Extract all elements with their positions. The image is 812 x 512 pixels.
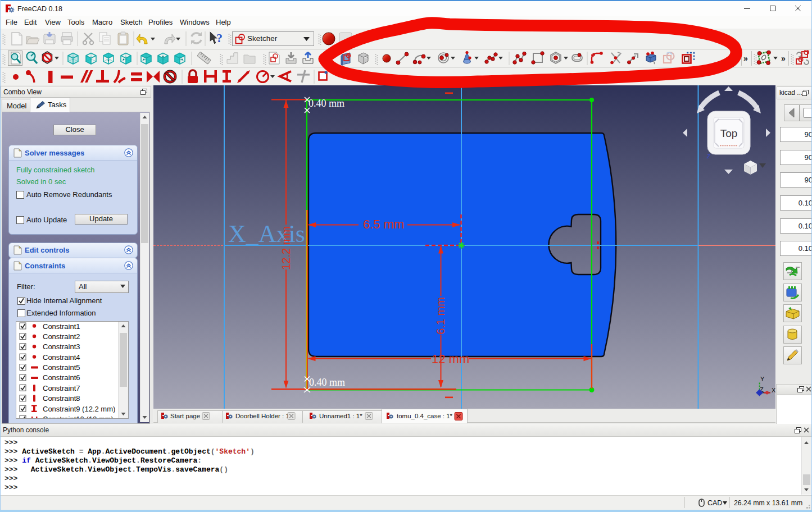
svg-text:Unnamed1 : 1*: Unnamed1 : 1* — [319, 413, 362, 419]
svg-text:6.5 mm: 6.5 mm — [363, 217, 404, 231]
svg-text:Constraint3: Constraint3 — [43, 342, 80, 351]
svg-text:Top: Top — [720, 127, 738, 139]
svg-text:Constraint10 (12 mm): Constraint10 (12 mm) — [43, 415, 114, 418]
svg-text:Start page: Start page — [170, 413, 200, 419]
svg-text:12 mm: 12 mm — [432, 352, 469, 366]
svg-text:Constraint8: Constraint8 — [43, 394, 80, 403]
svg-text:12.2 mm: 12.2 mm — [280, 226, 292, 270]
svg-text:Constraint2: Constraint2 — [43, 332, 80, 341]
svg-text:Constraint1: Constraint1 — [43, 322, 80, 331]
svg-text:Y: Y — [760, 376, 765, 382]
svg-text:Constraint9 (12.2 mm): Constraint9 (12.2 mm) — [43, 405, 115, 413]
svg-text:6.1 mm: 6.1 mm — [434, 297, 447, 335]
svg-text:Constraint5: Constraint5 — [43, 363, 80, 372]
svg-text:0.40 mm: 0.40 mm — [309, 377, 345, 388]
svg-text:Doorbell Holder : 1: Doorbell Holder : 1 — [235, 413, 289, 419]
svg-text:X_Axis: X_Axis — [228, 220, 305, 248]
svg-text:?: ? — [216, 31, 223, 45]
svg-text:Constraint6: Constraint6 — [43, 373, 80, 382]
svg-text:z: z — [706, 152, 710, 160]
svg-text:Constraint7: Constraint7 — [43, 384, 80, 392]
svg-text:0.40 mm: 0.40 mm — [309, 98, 344, 109]
svg-text:X: X — [772, 387, 775, 394]
svg-text:Constraint4: Constraint4 — [43, 353, 80, 362]
svg-text:tomu_0.4_case : 1*: tomu_0.4_case : 1* — [397, 413, 453, 419]
svg-text:»: » — [781, 54, 786, 63]
svg-text:Sketcher: Sketcher — [247, 34, 278, 43]
